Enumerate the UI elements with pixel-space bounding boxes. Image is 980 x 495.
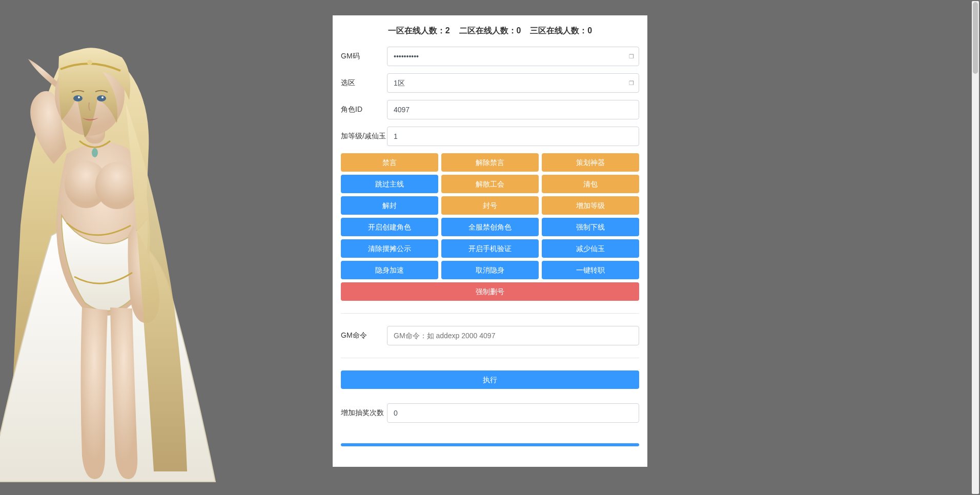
mute-button[interactable]: 禁言: [341, 153, 438, 172]
level-input[interactable]: [387, 127, 639, 146]
zone1-label: 一区在线人数：: [388, 26, 445, 35]
svg-point-8: [101, 96, 104, 98]
svg-point-1: [95, 162, 138, 209]
lottery-input[interactable]: [387, 403, 639, 423]
zone2-count: 0: [517, 26, 521, 35]
zone3-label: 三区在线人数：: [530, 26, 587, 35]
execute-button[interactable]: 执行: [341, 370, 639, 389]
zone2-label: 二区在线人数：: [459, 26, 517, 35]
role-id-input[interactable]: [387, 100, 639, 119]
cancel-stealth-button[interactable]: 取消隐身: [441, 261, 539, 279]
gm-code-input[interactable]: ••••••••••: [387, 47, 639, 66]
scrollbar-track[interactable]: [972, 1, 979, 494]
gm-command-label: GM命令: [341, 331, 387, 340]
skip-main-button[interactable]: 跳过主线: [341, 175, 438, 193]
job-change-button[interactable]: 一键转职: [542, 261, 639, 279]
online-count-header: 一区在线人数：2 二区在线人数：0 三区在线人数：0: [341, 26, 639, 36]
zone1-count: 2: [445, 26, 450, 35]
unban-button[interactable]: 解封: [341, 196, 438, 215]
role-id-label: 角色ID: [341, 105, 387, 114]
gm-code-label: GM码: [341, 52, 387, 61]
stealth-speed-button[interactable]: 隐身加速: [341, 261, 438, 279]
partial-button[interactable]: [341, 443, 639, 446]
enable-phone-verify-button[interactable]: 开启手机验证: [441, 239, 539, 258]
unmute-button[interactable]: 解除禁言: [441, 153, 539, 172]
character-illustration: [0, 20, 241, 492]
server-disable-create-button[interactable]: 全服禁创角色: [441, 218, 539, 236]
clear-bag-button[interactable]: 清包: [542, 175, 639, 193]
svg-rect-2: [85, 115, 105, 143]
zone-label: 选区: [341, 78, 387, 88]
svg-point-9: [92, 148, 98, 157]
planner-artifact-button[interactable]: 策划神器: [542, 153, 639, 172]
force-offline-button[interactable]: 强制下线: [542, 218, 639, 236]
zone3-count: 0: [587, 26, 592, 35]
divider: [341, 313, 639, 314]
svg-point-6: [97, 95, 106, 101]
ban-button[interactable]: 封号: [441, 196, 539, 215]
clear-stall-notice-button[interactable]: 清除摆摊公示: [341, 239, 438, 258]
add-level-button[interactable]: 增加等级: [542, 196, 639, 215]
scrollbar-thumb[interactable]: [973, 2, 978, 74]
gm-admin-panel: 一区在线人数：2 二区在线人数：0 三区在线人数：0 GM码 •••••••••…: [333, 15, 647, 467]
lottery-label: 增加抽奖次数: [341, 408, 387, 418]
divider: [341, 358, 639, 358]
svg-point-3: [55, 54, 125, 136]
disband-guild-button[interactable]: 解散工会: [441, 175, 539, 193]
force-delete-button[interactable]: 强制删号: [341, 282, 639, 301]
svg-point-7: [78, 96, 80, 98]
level-label: 加等级/减仙玉: [341, 132, 387, 141]
svg-point-5: [73, 95, 83, 101]
enable-create-role-button[interactable]: 开启创建角色: [341, 218, 438, 236]
svg-point-0: [65, 161, 108, 208]
reduce-xianyu-button[interactable]: 减少仙玉: [542, 239, 639, 258]
svg-point-4: [87, 60, 92, 65]
gm-command-input[interactable]: [387, 326, 639, 345]
zone-select[interactable]: 1区: [387, 73, 639, 93]
